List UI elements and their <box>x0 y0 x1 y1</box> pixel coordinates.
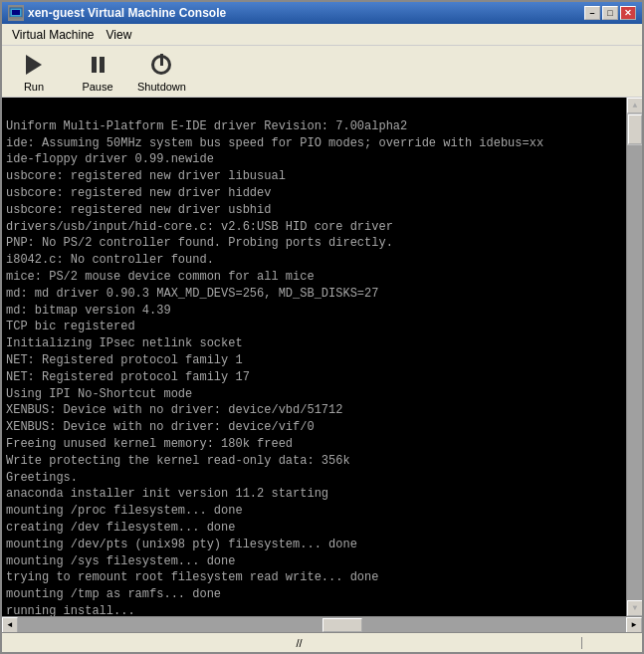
status-bar: // <box>2 632 642 652</box>
pause-bar-left <box>92 57 97 73</box>
vertical-scrollbar[interactable]: ▲ ▼ <box>626 98 642 616</box>
menu-view-label: View <box>107 28 132 42</box>
scroll-left-arrow[interactable]: ◄ <box>2 617 18 633</box>
minimize-button[interactable]: – <box>584 6 600 20</box>
run-button[interactable]: Run <box>10 51 58 93</box>
title-text: xen-guest Virtual Machine Console <box>28 6 226 20</box>
console-text[interactable]: Uniform Multi-Platform E-IDE driver Revi… <box>2 98 626 616</box>
status-middle: // <box>293 637 583 649</box>
h-scroll-thumb[interactable] <box>322 618 362 632</box>
run-icon-area <box>16 51 52 79</box>
status-middle-text: // <box>297 637 303 649</box>
play-icon <box>26 55 42 75</box>
scroll-thumb[interactable] <box>628 114 642 144</box>
menu-view[interactable]: View <box>101 26 138 44</box>
svg-rect-2 <box>10 17 22 19</box>
maximize-button[interactable]: □ <box>602 6 618 20</box>
close-button[interactable]: ✕ <box>620 6 636 20</box>
menu-virtual-machine[interactable]: Virtual Machine <box>6 26 101 44</box>
scroll-right-arrow[interactable]: ► <box>626 617 642 633</box>
title-bar-controls: – □ ✕ <box>584 6 636 20</box>
console-content: Uniform Multi-Platform E-IDE driver Revi… <box>6 119 543 616</box>
console-area: Uniform Multi-Platform E-IDE driver Revi… <box>2 98 642 616</box>
toolbar: Run Pause Shutdown <box>2 46 642 98</box>
pause-icon-area <box>80 51 115 79</box>
shutdown-label: Shutdown <box>137 81 186 93</box>
pause-button[interactable]: Pause <box>74 51 121 93</box>
scroll-down-arrow[interactable]: ▼ <box>627 600 642 616</box>
scroll-track[interactable] <box>627 145 642 600</box>
shutdown-icon <box>151 55 171 75</box>
scroll-up-arrow[interactable]: ▲ <box>627 98 642 113</box>
title-bar: xen-guest Virtual Machine Console – □ ✕ <box>2 2 642 24</box>
pause-label: Pause <box>82 81 112 93</box>
menu-bar: Virtual Machine View <box>2 24 642 46</box>
pause-icon <box>92 57 105 73</box>
shutdown-button[interactable]: Shutdown <box>137 51 186 93</box>
title-bar-left: xen-guest Virtual Machine Console <box>8 5 226 21</box>
svg-rect-1 <box>12 10 20 15</box>
pause-bar-right <box>100 57 105 73</box>
title-icon <box>8 5 24 21</box>
window: xen-guest Virtual Machine Console – □ ✕ … <box>0 0 644 654</box>
run-label: Run <box>24 81 44 93</box>
shutdown-icon-area <box>143 51 179 79</box>
h-scroll-track[interactable] <box>18 617 626 632</box>
horizontal-scrollbar[interactable]: ◄ ► <box>2 616 642 632</box>
menu-virtual-machine-label: Virtual Machine <box>12 28 95 42</box>
